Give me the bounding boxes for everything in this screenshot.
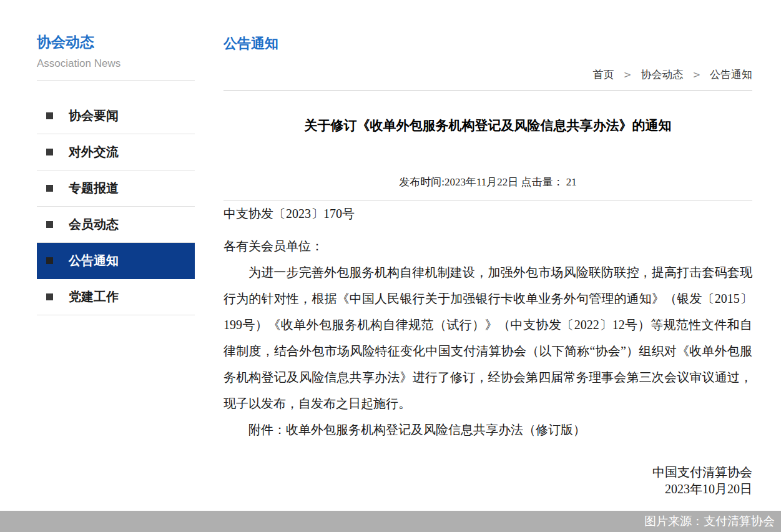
breadcrumb-announcements[interactable]: 公告通知 [710, 69, 752, 81]
breadcrumb-separator-icon: > [624, 69, 632, 81]
breadcrumb-home[interactable]: 首页 [593, 69, 614, 81]
sidebar-item-member-news[interactable]: 会员动态 [37, 207, 195, 243]
divider [223, 90, 752, 91]
page-title: 公告通知 [223, 34, 752, 53]
sidebar-menu: 协会要闻 对外交流 专题报道 会员动态 公告通知 党建工作 [37, 98, 195, 315]
square-bullet-icon [46, 149, 53, 155]
sidebar-item-label: 对外交流 [69, 144, 119, 160]
sidebar-item-association-news[interactable]: 协会要闻 [37, 98, 195, 134]
square-bullet-icon [46, 221, 53, 228]
article-title: 关于修订《收单外包服务机构登记及风险信息共享办法》的通知 [223, 117, 752, 134]
square-bullet-icon [46, 257, 53, 264]
sidebar-item-party-building[interactable]: 党建工作 [37, 279, 195, 315]
article-body: 为进一步完善外包服务机构自律机制建设，加强外包市场风险联防联控，提高打击套码套现… [223, 259, 752, 416]
article-date: 2023年10月20日 [223, 481, 752, 498]
watermark-bar: 图片来源：支付清算协会 [0, 511, 781, 532]
sidebar-item-label: 专题报道 [69, 180, 119, 197]
sidebar-item-label: 会员动态 [69, 216, 119, 233]
sidebar-item-external-exchange[interactable]: 对外交流 [37, 134, 195, 170]
article-meta: 发布时间:2023年11月22日 点击量： 21 [223, 175, 752, 189]
square-bullet-icon [46, 185, 53, 192]
watermark-text: 图片来源：支付清算协会 [644, 513, 775, 530]
article-salutation: 各有关会员单位： [223, 233, 752, 259]
article-signature: 中国支付清算协会 [223, 464, 752, 481]
sidebar-item-label: 公告通知 [69, 252, 119, 269]
breadcrumb-association-news[interactable]: 协会动态 [641, 69, 683, 81]
sidebar: 协会动态 Association News 协会要闻 对外交流 专题报道 会员动… [37, 32, 195, 315]
sidebar-item-special-reports[interactable]: 专题报道 [37, 170, 195, 207]
square-bullet-icon [46, 293, 53, 300]
square-bullet-icon [46, 112, 53, 119]
breadcrumb-separator-icon: > [692, 69, 700, 81]
sidebar-item-announcements[interactable]: 公告通知 [37, 243, 195, 279]
document-number: 中支协发〔2023〕170号 [223, 200, 752, 227]
breadcrumb: 首页>协会动态>公告通知 [223, 67, 752, 82]
sidebar-title: 协会动态 [37, 32, 195, 52]
main-content: 公告通知 首页>协会动态>公告通知 关于修订《收单外包服务机构登记及风险信息共享… [223, 34, 752, 498]
article-attachment: 附件：收单外包服务机构登记及风险信息共享办法（修订版） [223, 416, 752, 443]
sidebar-item-label: 协会要闻 [69, 107, 119, 124]
sidebar-item-label: 党建工作 [69, 288, 119, 305]
sidebar-subtitle: Association News [37, 57, 195, 81]
